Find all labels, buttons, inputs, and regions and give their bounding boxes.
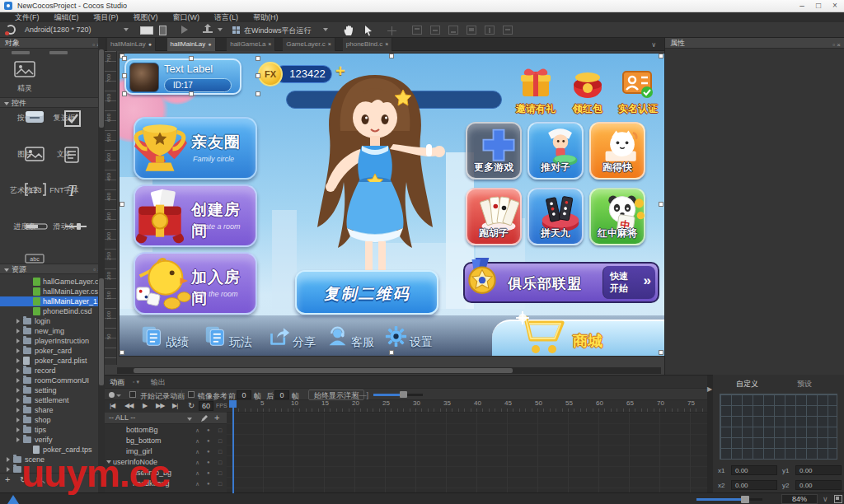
- run-target-caret-icon[interactable]: [323, 28, 328, 31]
- objects-scrollbar[interactable]: [98, 38, 105, 492]
- topright-button-1[interactable]: 邀请有礼: [513, 65, 559, 80]
- selection-handle[interactable]: [659, 350, 663, 355]
- layer-lock-icon[interactable]: □: [218, 425, 222, 436]
- tree-expand-icon[interactable]: [16, 358, 20, 363]
- selection-handle[interactable]: [256, 73, 260, 78]
- distribute-v-icon[interactable]: [503, 26, 513, 35]
- layer-lock-icon[interactable]: □: [218, 478, 222, 489]
- transport-start-button[interactable]: |◀: [110, 402, 115, 409]
- layer-motion-icon[interactable]: ∧: [195, 468, 199, 478]
- tab-output[interactable]: 输出: [151, 377, 166, 388]
- selection-handle[interactable]: [120, 202, 124, 207]
- menu-item-5[interactable]: 语言(L): [214, 12, 238, 22]
- menu-item-2[interactable]: 项目(P): [94, 12, 119, 22]
- game-tile-跑胡子[interactable]: 跑胡子: [466, 188, 522, 245]
- selection-handle[interactable]: [122, 91, 127, 96]
- transport-end-button[interactable]: ▶|: [172, 402, 177, 409]
- tree-expand-icon[interactable]: [7, 467, 10, 472]
- editor-tab-hallMainLay[interactable]: hallMainLay●: [107, 38, 156, 51]
- palette-item-进度条[interactable]: 进度条: [7, 219, 43, 232]
- mirror-checkbox[interactable]: [188, 391, 195, 398]
- layer-visibility-icon[interactable]: ●: [207, 446, 210, 457]
- palette-item-按钮[interactable]: 按钮: [7, 110, 43, 124]
- selection-handle[interactable]: [389, 350, 394, 355]
- tab-animation[interactable]: 动画: [110, 377, 124, 388]
- layer-lock-icon[interactable]: □: [218, 436, 222, 446]
- selection-handle[interactable]: [256, 56, 260, 61]
- tree-expand-icon[interactable]: [16, 329, 20, 334]
- tree-expand-icon[interactable]: [16, 427, 20, 432]
- tree-row-login[interactable]: login: [0, 316, 98, 326]
- tree-expand-icon[interactable]: [16, 378, 20, 383]
- device-caret-icon[interactable]: [124, 28, 129, 31]
- menu-item-1[interactable]: 编辑(E): [54, 12, 79, 22]
- curve-field-input-x1[interactable]: 0.00: [731, 465, 777, 475]
- topright-button-3[interactable]: 实名认证: [615, 65, 661, 80]
- tree-expand-icon[interactable]: [16, 368, 20, 373]
- game-tile-跑得快[interactable]: 跑得快: [589, 122, 645, 180]
- layer-row-bg_bottom[interactable]: bg_bottom∧●□: [105, 436, 227, 446]
- layer-lock-icon[interactable]: □: [218, 457, 222, 468]
- palette-item-文本[interactable]: 文本: [46, 147, 82, 160]
- game-tile-拼天九[interactable]: 拼天九: [528, 188, 584, 245]
- shop-button[interactable]: 商城: [492, 320, 664, 356]
- tab-preset[interactable]: 预设: [797, 379, 812, 390]
- menu-item-4[interactable]: 窗口(W): [173, 12, 200, 22]
- layer-motion-icon[interactable]: ∧: [195, 436, 199, 446]
- run-target-select[interactable]: 在Windows平台运行: [244, 26, 312, 36]
- hand-tool-icon[interactable]: [343, 25, 354, 36]
- tab-overflow-icon[interactable]: ∨: [651, 41, 656, 49]
- editor-tab-hallMainLay[interactable]: hallMainLay●: [167, 38, 216, 51]
- tree-row-shop[interactable]: shop: [0, 415, 98, 425]
- palette-item-滑动条[interactable]: 滑动条: [46, 219, 82, 232]
- selection-handle[interactable]: [189, 91, 194, 96]
- zoom-level[interactable]: 84%: [781, 494, 818, 504]
- timeline-ruler[interactable]: 051015202530354045505560657075: [227, 399, 707, 413]
- tree-expand-icon[interactable]: [16, 418, 20, 422]
- layer-motion-icon[interactable]: ∧: [195, 446, 199, 457]
- tree-expand-icon[interactable]: [16, 408, 20, 413]
- tree-expand-icon[interactable]: [16, 348, 20, 353]
- selection-handle[interactable]: [122, 73, 127, 78]
- palette-item-图片[interactable]: 图片: [7, 147, 43, 160]
- device-select[interactable]: Android(1280 * 720): [25, 26, 91, 34]
- tab-custom[interactable]: 自定义: [736, 379, 758, 390]
- resources-panel-header[interactable]: 资源▫ ×: [0, 264, 105, 274]
- tab-close-icon[interactable]: ×: [328, 41, 331, 47]
- filter-caret-icon[interactable]: [187, 418, 192, 421]
- minimize-button[interactable]: –: [795, 1, 809, 12]
- tree-row-new_img[interactable]: new_img: [0, 326, 98, 336]
- palette-item-艺术数字[interactable]: 123艺术数字: [7, 183, 43, 196]
- curve-field-input-y1[interactable]: 0.00: [795, 465, 842, 475]
- menu-item-3[interactable]: 视图(V): [134, 12, 158, 22]
- curve-grid[interactable]: [720, 394, 837, 460]
- tree-expand-icon[interactable]: [16, 398, 20, 403]
- game-tile-更多游戏[interactable]: 更多游戏: [466, 122, 522, 180]
- close-button[interactable]: ×: [828, 1, 842, 12]
- fit-canvas-icon[interactable]: [834, 495, 842, 503]
- warning-icon[interactable]: [7, 495, 19, 504]
- selection-handle[interactable]: [189, 56, 194, 61]
- copy-qrcode-button[interactable]: 复制二维码: [295, 270, 438, 315]
- tree-row-roomCommonUI[interactable]: roomCommonUI: [0, 376, 98, 385]
- tree-expand-icon[interactable]: [16, 437, 20, 442]
- tree-row-poker_card[interactable]: poker_card: [0, 346, 98, 356]
- tree-expand-icon[interactable]: [16, 319, 20, 324]
- selection-handle[interactable]: [659, 202, 663, 207]
- layer-visibility-icon[interactable]: ●: [207, 425, 210, 436]
- transport-next-button[interactable]: ▶▶: [156, 402, 164, 409]
- nav-item-战绩[interactable]: 战绩: [141, 324, 199, 352]
- panel-mini-icons[interactable]: ▫ ▾: [133, 379, 139, 385]
- tree-row-record[interactable]: record: [0, 366, 98, 376]
- landscape-icon[interactable]: [140, 26, 153, 35]
- cursor-tool-icon[interactable]: [363, 25, 373, 36]
- playhead[interactable]: [229, 400, 237, 408]
- layer-visibility-icon[interactable]: ●: [207, 457, 210, 468]
- nav-item-客服[interactable]: 客服: [326, 324, 384, 352]
- layer-motion-icon[interactable]: ∧: [195, 457, 199, 468]
- transport-prev-button[interactable]: ◀◀: [124, 402, 133, 409]
- menu-item-6[interactable]: 帮助(H): [253, 12, 279, 22]
- nav-item-设置[interactable]: 设置: [385, 324, 443, 352]
- selection-handle[interactable]: [389, 54, 394, 58]
- timeline-zoom-slider[interactable]: [373, 394, 423, 396]
